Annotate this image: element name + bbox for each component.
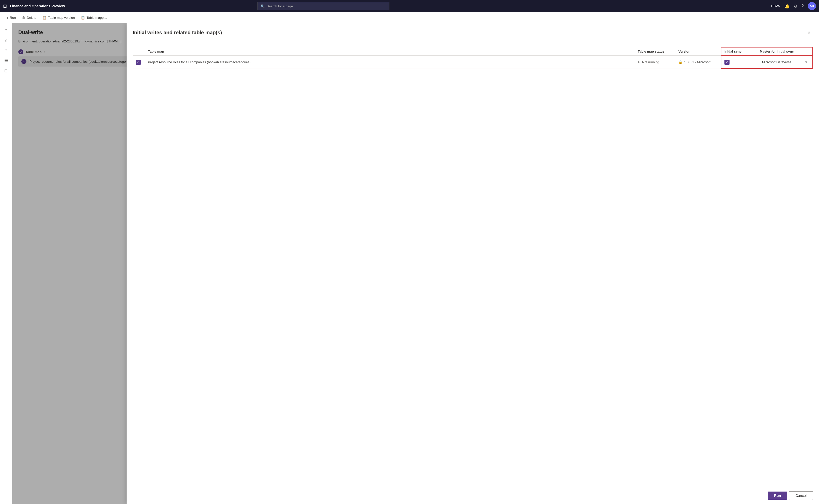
search-bar: 🔍 — [257, 2, 389, 10]
close-button[interactable]: ✕ — [805, 28, 813, 37]
master-dropdown[interactable]: Microsoft Dataverse ▾ — [760, 59, 809, 65]
cancel-modal-button[interactable]: Cancel — [789, 491, 813, 500]
th-checkbox — [133, 47, 145, 56]
left-sidebar: ⌂ ☆ ○ ☰ ⊞ — [0, 23, 12, 504]
sidebar-icon-favorites[interactable]: ☆ — [2, 36, 11, 45]
master-dropdown-value: Microsoft Dataverse — [762, 60, 792, 64]
content-area: Dual-write Environment: operations-tsaha… — [12, 23, 819, 504]
status-text: Not running — [642, 60, 659, 64]
modal: Initial writes and related table map(s) … — [127, 23, 819, 504]
modal-table: Table map Table map status Version Initi… — [133, 47, 813, 69]
sidebar-icon-modules[interactable]: ⊞ — [2, 66, 11, 75]
settings-icon[interactable]: ⚙ — [794, 4, 797, 9]
chevron-down-icon: ▾ — [805, 60, 807, 64]
sidebar-icon-recent[interactable]: ○ — [2, 46, 11, 55]
delete-button[interactable]: 🗑 Delete — [19, 14, 39, 21]
bell-icon[interactable]: 🔔 — [785, 4, 790, 9]
app-title: Finance and Operations Preview — [10, 4, 65, 8]
top-nav-right: USPM 🔔 ⚙ ? AD — [771, 2, 816, 10]
row-version: 🔒 1.0.0.1 - Microsoft — [675, 56, 721, 69]
username-label: USPM — [771, 4, 781, 8]
modal-body: Table map Table map status Version Initi… — [127, 41, 819, 487]
table-map-version-icon: 📋 — [42, 16, 46, 20]
table-mapping-button[interactable]: 📋 Table mappi... — [78, 14, 110, 21]
toolbar: ↕ Run 🗑 Delete 📋 Table map version 📋 Tab… — [0, 12, 819, 23]
search-input[interactable] — [267, 4, 386, 8]
main-layout: ⌂ ☆ ○ ☰ ⊞ Dual-write Environment: operat… — [0, 23, 819, 504]
row-initial-sync: ✓ — [721, 56, 757, 69]
modal-header: Initial writes and related table map(s) … — [127, 23, 819, 41]
sidebar-icon-home[interactable]: ⌂ — [2, 25, 11, 35]
top-nav: ⊞ Finance and Operations Preview 🔍 USPM … — [0, 0, 819, 12]
delete-icon: 🗑 — [22, 16, 25, 20]
version-lock: 🔒 1.0.0.1 - Microsoft — [678, 60, 718, 64]
th-initial-sync: Initial sync — [721, 47, 757, 56]
th-table-map: Table map — [145, 47, 635, 56]
initial-sync-row: ✓ — [724, 60, 754, 65]
run-button[interactable]: ↕ Run — [4, 14, 18, 21]
row-status: ↻ Not running — [635, 56, 675, 69]
row-table-map: Project resource roles for all companies… — [145, 56, 635, 69]
th-table-map-status: Table map status — [635, 47, 675, 56]
initial-sync-checkbox[interactable]: ✓ — [724, 60, 730, 65]
modal-overlay: Initial writes and related table map(s) … — [12, 23, 819, 504]
th-master-for-initial-sync: Master for initial sync — [757, 47, 813, 56]
lock-icon: 🔒 — [678, 60, 683, 64]
help-icon[interactable]: ? — [801, 4, 804, 8]
table-map-version-button[interactable]: 📋 Table map version — [40, 14, 77, 21]
sidebar-icon-workspaces[interactable]: ☰ — [2, 56, 11, 65]
table-mapping-icon: 📋 — [81, 16, 85, 20]
grid-icon[interactable]: ⊞ — [3, 3, 7, 9]
status-not-running: ↻ Not running — [638, 60, 672, 64]
sync-icon: ↻ — [638, 60, 641, 64]
row-checkbox-cell: ✓ — [133, 56, 145, 69]
modal-title: Initial writes and related table map(s) — [133, 30, 222, 36]
row-master: Microsoft Dataverse ▾ — [757, 56, 813, 69]
modal-footer: Run Cancel — [127, 487, 819, 504]
run-modal-button[interactable]: Run — [768, 492, 787, 500]
run-icon: ↕ — [7, 16, 8, 20]
search-icon: 🔍 — [260, 4, 265, 8]
row-checkbox[interactable]: ✓ — [136, 60, 141, 65]
avatar[interactable]: AD — [808, 2, 816, 10]
version-text: 1.0.0.1 - Microsoft — [684, 60, 711, 64]
th-version: Version — [675, 47, 721, 56]
table-row: ✓ Project resource roles for all compani… — [133, 56, 813, 69]
